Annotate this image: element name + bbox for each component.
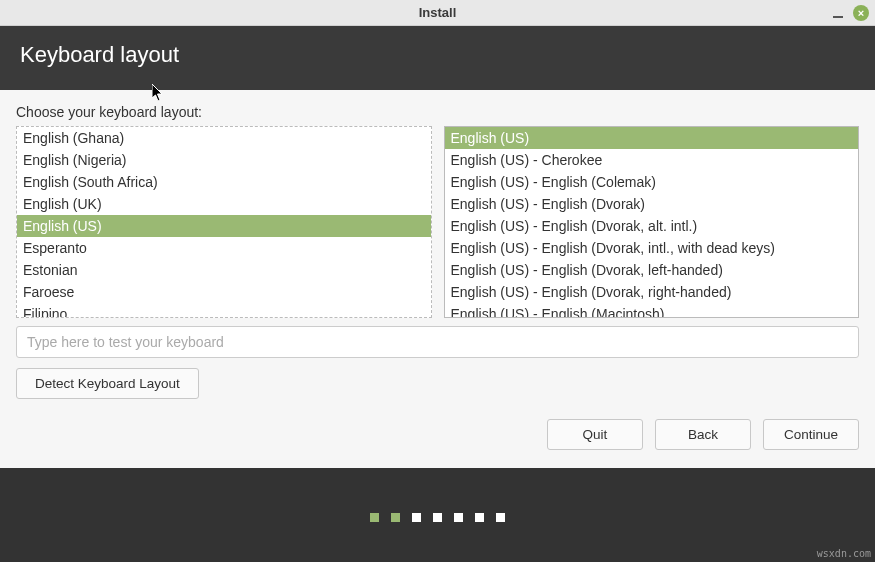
progress-dot bbox=[391, 513, 400, 522]
layout-item[interactable]: English (US) bbox=[17, 215, 431, 237]
prompt-label: Choose your keyboard layout: bbox=[16, 104, 859, 120]
close-icon[interactable]: × bbox=[853, 5, 869, 21]
layout-item[interactable]: English (Ghana) bbox=[17, 127, 431, 149]
layout-lists: English (Ghana)English (Nigeria)English … bbox=[16, 126, 859, 318]
test-keyboard-input[interactable] bbox=[16, 326, 859, 358]
progress-dot bbox=[412, 513, 421, 522]
quit-button[interactable]: Quit bbox=[547, 419, 643, 450]
variant-item[interactable]: English (US) - English (Macintosh) bbox=[445, 303, 859, 318]
variant-item[interactable]: English (US) - English (Dvorak, alt. int… bbox=[445, 215, 859, 237]
watermark-text: wsxdn.com bbox=[817, 548, 871, 559]
variants-listbox[interactable]: English (US)English (US) - CherokeeEngli… bbox=[444, 126, 860, 318]
layout-item[interactable]: English (Nigeria) bbox=[17, 149, 431, 171]
progress-dot bbox=[454, 513, 463, 522]
page-header: Keyboard layout bbox=[0, 26, 875, 90]
back-button[interactable]: Back bbox=[655, 419, 751, 450]
layout-item[interactable]: Filipino bbox=[17, 303, 431, 318]
layout-item[interactable]: English (UK) bbox=[17, 193, 431, 215]
layout-item[interactable]: English (South Africa) bbox=[17, 171, 431, 193]
variant-item[interactable]: English (US) - English (Dvorak, right-ha… bbox=[445, 281, 859, 303]
progress-footer bbox=[0, 468, 875, 562]
layout-item[interactable]: Esperanto bbox=[17, 237, 431, 259]
progress-dot bbox=[370, 513, 379, 522]
variant-item[interactable]: English (US) - Cherokee bbox=[445, 149, 859, 171]
variant-item[interactable]: English (US) - English (Dvorak, left-han… bbox=[445, 259, 859, 281]
detect-layout-button[interactable]: Detect Keyboard Layout bbox=[16, 368, 199, 399]
nav-row: Quit Back Continue bbox=[0, 407, 875, 468]
titlebar: Install × bbox=[0, 0, 875, 26]
layout-item[interactable]: Faroese bbox=[17, 281, 431, 303]
continue-button[interactable]: Continue bbox=[763, 419, 859, 450]
variant-item[interactable]: English (US) - English (Dvorak, intl., w… bbox=[445, 237, 859, 259]
window-controls: × bbox=[833, 5, 869, 21]
progress-dot bbox=[475, 513, 484, 522]
window-title: Install bbox=[0, 5, 875, 20]
progress-dot bbox=[433, 513, 442, 522]
content-area: Choose your keyboard layout: English (Gh… bbox=[0, 90, 875, 407]
layout-item[interactable]: Estonian bbox=[17, 259, 431, 281]
minimize-icon[interactable] bbox=[833, 16, 843, 18]
variant-item[interactable]: English (US) - English (Colemak) bbox=[445, 171, 859, 193]
layouts-listbox[interactable]: English (Ghana)English (Nigeria)English … bbox=[16, 126, 432, 318]
variant-item[interactable]: English (US) - English (Dvorak) bbox=[445, 193, 859, 215]
page-title: Keyboard layout bbox=[20, 42, 179, 67]
progress-dot bbox=[496, 513, 505, 522]
variant-item[interactable]: English (US) bbox=[445, 127, 859, 149]
